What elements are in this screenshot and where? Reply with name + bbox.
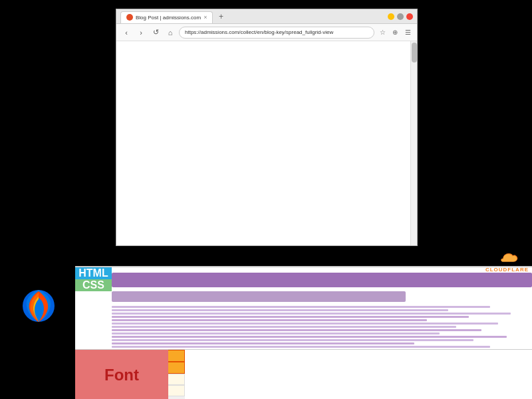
html-thin-6 [112, 323, 498, 325]
html-thin-13 [112, 346, 490, 348]
browser-scrollbar[interactable] [410, 41, 417, 245]
forward-button[interactable]: › [135, 27, 147, 39]
toolbar-icons: ☆ ⊕ ☰ [377, 27, 413, 38]
back-button[interactable]: ‹ [120, 27, 132, 39]
html-thin-9 [112, 332, 440, 334]
font-label: Font [104, 366, 139, 384]
html-thin-5 [112, 319, 427, 321]
waterfall-inner: HTML CSS [75, 267, 532, 349]
reload-button[interactable]: ↺ [150, 27, 162, 39]
html-thin-2 [112, 309, 448, 311]
browser-tab[interactable]: Blog Post | admissions.com × [120, 11, 213, 23]
html-bars [112, 267, 532, 349]
tab-favicon-icon [126, 14, 133, 21]
firefox-logo [19, 286, 59, 326]
html-bar-main [112, 273, 532, 287]
bottom-resources: Blocking Script Blocking Script Async Sc… [75, 349, 532, 399]
html-thin-4 [112, 316, 469, 318]
html-bar-2 [112, 291, 406, 302]
html-thin-12 [112, 342, 414, 344]
waterfall-container: HTML CSS [75, 266, 532, 399]
browser-titlebar: Blog Post | admissions.com × + [116, 9, 417, 24]
bottom-empty [185, 350, 532, 399]
html-thin-1 [112, 306, 490, 308]
html-label: HTML [78, 267, 108, 279]
css-label: CSS [82, 279, 104, 291]
html-thin-10 [112, 336, 507, 338]
html-thin-3 [112, 313, 511, 315]
window-controls [388, 13, 413, 20]
font-block: Font [75, 350, 168, 399]
home-button[interactable]: ⌂ [164, 27, 176, 39]
css-label-area: CSS [75, 279, 112, 291]
bookmark-icon[interactable]: ☆ [377, 27, 388, 38]
cloudflare-cloud-icon [490, 250, 523, 267]
address-bar[interactable]: https://admissions.com/collect/en/blog-k… [179, 27, 374, 39]
scrollbar-thumb[interactable] [412, 43, 417, 63]
restore-button[interactable] [397, 13, 404, 20]
new-tab-button[interactable]: + [215, 11, 226, 22]
tab-close-button[interactable]: × [203, 14, 207, 21]
resource-labels: HTML CSS [75, 267, 112, 349]
menu-icon[interactable]: ☰ [402, 27, 413, 38]
browser-content [116, 41, 410, 245]
extensions-icon[interactable]: ⊕ [390, 27, 400, 38]
waterfall-right [112, 267, 532, 349]
html-thin-8 [112, 329, 481, 331]
browser-window: Blog Post | admissions.com × + ‹ › ↺ ⌂ h… [116, 9, 418, 246]
html-thin-11 [112, 339, 473, 341]
cloudflare-logo: CLOUDFLARE [485, 250, 529, 273]
cloudflare-text: CLOUDFLARE [485, 267, 529, 273]
close-button[interactable] [406, 13, 413, 20]
html-label-area: HTML [75, 267, 112, 279]
address-text: https://admissions.com/collect/en/blog-k… [185, 29, 333, 35]
tab-label: Blog Post | admissions.com [136, 15, 201, 21]
browser-toolbar: ‹ › ↺ ⌂ https://admissions.com/collect/e… [116, 24, 417, 41]
minimize-button[interactable] [388, 13, 394, 20]
html-thin-7 [112, 326, 456, 328]
